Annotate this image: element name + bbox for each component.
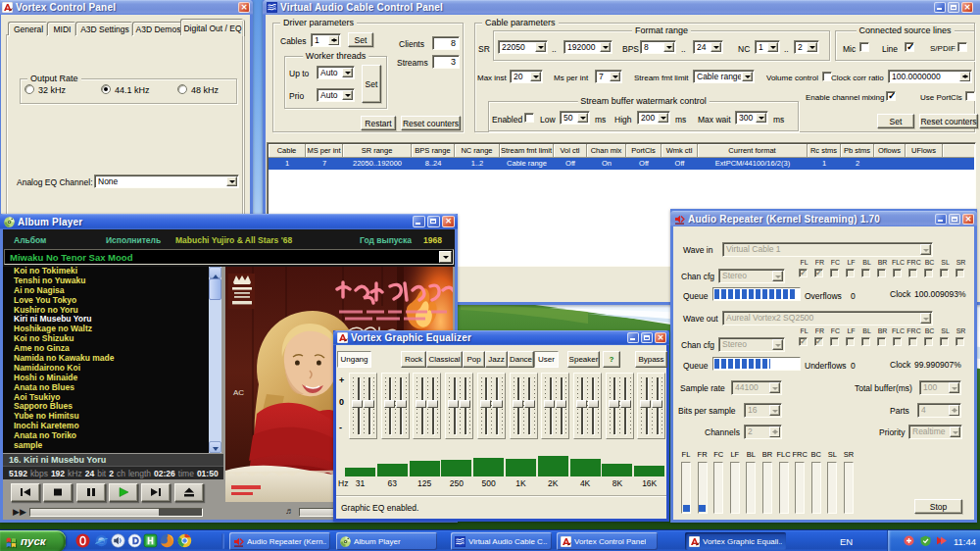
eq-slider-thumb[interactable] <box>480 400 491 408</box>
vac-col-current-format[interactable]: Current format <box>698 144 808 158</box>
eq-slider-thumb[interactable] <box>364 400 374 408</box>
quick-launch-opera-icon[interactable] <box>75 533 90 548</box>
vac-bps-min-combobox[interactable]: 8 <box>640 40 676 54</box>
vac-maxwait-combobox[interactable]: 300 <box>735 111 768 125</box>
vac-sr-max-dropdown-button[interactable] <box>600 42 611 52</box>
eq-slider-band-4K[interactable] <box>573 373 602 439</box>
vac-spdif-checkbox[interactable] <box>957 42 967 52</box>
vac-bps-max-combobox[interactable]: 24 <box>693 40 723 54</box>
ap-track-list[interactable]: Koi no TokimekiTenshi no YuwakuAi no Nag… <box>3 267 209 453</box>
ap-prev-button[interactable] <box>11 483 40 502</box>
vac-worker-set-button[interactable]: Set <box>362 65 381 103</box>
quick-launch-player-d-icon[interactable] <box>127 533 142 548</box>
eq-button-dance[interactable]: Dance <box>508 351 534 368</box>
ap-track-item[interactable]: Kiri ni Musebu Yoru <box>3 315 209 325</box>
eq-slider-thumb[interactable] <box>352 400 363 408</box>
ar-maximize-button[interactable] <box>949 214 960 225</box>
vac-cables-spin-buttons[interactable] <box>328 35 339 45</box>
eq-button-speaker[interactable]: Speaker <box>567 351 600 368</box>
vac-upto-dropdown-button[interactable] <box>342 68 353 77</box>
vac-enabled-checkbox[interactable] <box>524 113 534 123</box>
vac-col-wmk-ctl[interactable]: Wmk ctl <box>662 144 698 158</box>
vac-bps-min-dropdown-button[interactable] <box>663 42 674 52</box>
vac-titlebar[interactable]: Virtual Audio Cable Control Panel ✕ <box>263 0 980 15</box>
ar-titlebar[interactable]: Audio Repeater (Kernel Streaming) 1.70 ✕ <box>670 211 977 226</box>
eq-button-bypass[interactable]: Bypass <box>635 351 667 368</box>
vac-maximize-button[interactable] <box>948 2 959 13</box>
vac-maxwait-dropdown-button[interactable] <box>756 113 766 123</box>
taskbar-button-4[interactable]: Vortex Control Panel <box>557 532 658 550</box>
eq-slider-thumb[interactable] <box>384 400 395 408</box>
vac-sr-max-combobox[interactable]: 192000 <box>564 40 612 54</box>
taskbar-button-1[interactable]: Audio Repeater (Kern... <box>229 532 330 550</box>
vac-col-nc-range[interactable]: NC range <box>455 144 500 158</box>
vac-msperint-dropdown-button[interactable] <box>610 72 620 81</box>
vac-fmtlimit-combobox[interactable]: Cable range <box>693 70 755 83</box>
vac-set-button[interactable]: Set <box>877 114 914 128</box>
ap-track-scrollbar[interactable] <box>209 267 221 453</box>
eq-minimize-button[interactable] <box>627 332 639 343</box>
eq-slider-band-2K[interactable] <box>541 373 569 439</box>
vac-low-dropdown-button[interactable] <box>577 113 588 123</box>
eq-close-button[interactable]: ✕ <box>655 332 666 343</box>
eq-slider-thumb[interactable] <box>492 400 503 408</box>
vac-prio-combobox[interactable]: Auto <box>317 88 355 102</box>
vac-reset-counters-button[interactable]: Reset counters <box>401 116 461 130</box>
vac-table-selected-row[interactable]: 1722050..1920008..241..2Cable rangeOffOn… <box>269 158 974 170</box>
ap-minimize-button[interactable] <box>413 216 425 227</box>
eq-slider-thumb[interactable] <box>524 400 535 408</box>
vac-low-combobox[interactable]: 50 <box>560 111 590 125</box>
eq-button-classical[interactable]: Classical <box>426 351 463 368</box>
ap-track-item[interactable]: Tenshi no Yuwaku <box>3 276 209 286</box>
vac-col-vol-ctl[interactable]: Vol ctl <box>554 144 587 158</box>
eq-slider-band-8K[interactable] <box>606 373 634 439</box>
vcp-tab-a3d-settings[interactable]: A3D Settings <box>76 23 133 36</box>
vac-col-sr-range[interactable]: SR range <box>343 144 412 158</box>
ap-track-item[interactable]: Aoi Tsukiyo <box>3 393 209 403</box>
eq-slider-band-31[interactable] <box>349 373 377 439</box>
ap-track-item[interactable]: Hoshi o Minaide <box>3 374 209 383</box>
quick-launch-volume-icon[interactable] <box>111 533 125 548</box>
ap-pause-button[interactable] <box>76 483 106 502</box>
vac-col-chan-mix[interactable]: Chan mix <box>587 144 626 158</box>
ap-track-item[interactable]: Hoshikage no Waltz <box>3 325 209 334</box>
eq-slider-band-16K[interactable] <box>637 373 665 439</box>
eq-slider-thumb[interactable] <box>460 400 470 408</box>
eq-button-help[interactable]: ? <box>603 351 620 368</box>
ap-track-item[interactable]: Ame no Ginza <box>3 344 209 354</box>
vac-table-header[interactable]: CableMS per intSR rangeBPS rangeNC range… <box>269 144 974 158</box>
ar-stop-button[interactable]: Stop <box>914 499 962 514</box>
vac-col-uflows[interactable]: UFlows <box>906 144 943 158</box>
eq-slider-band-1K[interactable] <box>510 373 538 439</box>
ap-album-combobox[interactable]: Miwaku No Tenor Sax Mood <box>4 249 454 265</box>
vac-maxinst-dropdown-button[interactable] <box>530 72 541 81</box>
vac-cable-reset-button[interactable]: Reset counters <box>919 114 978 128</box>
ap-track-item[interactable]: sample <box>3 441 209 451</box>
vac-prio-dropdown-button[interactable] <box>342 90 353 100</box>
vac-nc-min-dropdown-button[interactable] <box>767 42 778 52</box>
vac-upto-combobox[interactable]: Auto <box>317 66 355 79</box>
vac-portcls-checkbox[interactable] <box>965 91 975 101</box>
vac-sr-min-dropdown-button[interactable] <box>535 42 546 52</box>
vcp-close-button[interactable]: ✕ <box>238 2 250 13</box>
vac-fmtlimit-dropdown-button[interactable] <box>742 72 753 81</box>
ap-track-item[interactable]: Koi no Tokimeki <box>3 267 209 276</box>
vac-nc-min-combobox[interactable]: 1 <box>755 40 780 54</box>
vac-nc-max-combobox[interactable]: 2 <box>794 40 819 54</box>
ap-track-item[interactable]: Love You Tokyo <box>3 296 209 306</box>
vcp-tab-midi[interactable]: MIDI <box>48 23 76 36</box>
quick-launch-hotkey-h-icon[interactable] <box>143 533 158 548</box>
eq-button-jazz[interactable]: Jazz <box>485 351 508 368</box>
eq-slider-thumb[interactable] <box>513 400 523 408</box>
ap-track-item[interactable]: Ai no Nagisa <box>3 286 209 296</box>
ap-maximize-button[interactable] <box>427 216 440 227</box>
ap-album-dropdown-button[interactable] <box>439 251 452 263</box>
ap-titlebar[interactable]: Album Player ✕ <box>0 214 458 229</box>
vac-high-combobox[interactable]: 200 <box>637 111 670 125</box>
eq-slider-thumb[interactable] <box>652 400 662 408</box>
vac-maxinst-combobox[interactable]: 20 <box>510 70 543 83</box>
eq-slider-band-500[interactable] <box>477 373 506 439</box>
ar-close-button[interactable]: ✕ <box>962 214 974 225</box>
ap-stop-button[interactable] <box>43 483 73 502</box>
ap-track-item[interactable]: Kushiro no Yoru <box>3 306 209 316</box>
